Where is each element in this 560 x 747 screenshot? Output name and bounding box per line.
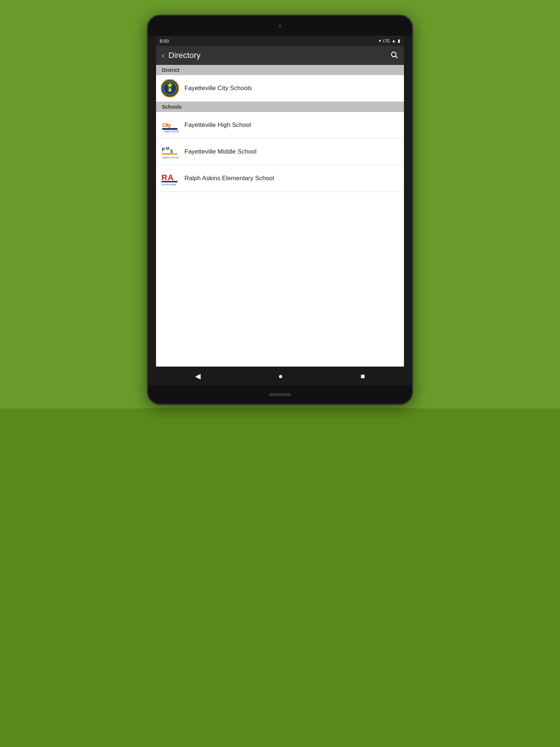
- svg-line-1: [396, 56, 397, 58]
- battery-icon: ▮: [398, 38, 400, 43]
- tablet-screen: 8:00 ▾ LTE ▲ ▮ ‹ Directory: [156, 36, 404, 386]
- raes-name: Ralph Askins Elementary School: [184, 175, 274, 182]
- list-item-fhs[interactable]: City HIGH SCHOOL Fayetteville High Schoo…: [156, 112, 404, 139]
- nav-back-button[interactable]: ◀: [186, 369, 209, 383]
- lte-label: LTE: [383, 39, 390, 43]
- svg-rect-9: [162, 128, 178, 130]
- logo-fhs: City HIGH SCHOOL: [160, 116, 179, 135]
- tablet-bottom-bezel: [148, 386, 412, 404]
- logo-fcs: [160, 79, 179, 98]
- fms-name: Fayetteville Middle School: [184, 148, 256, 155]
- list-item-raes[interactable]: RA RALPH ASKINS Ralph Askins Elementary …: [156, 165, 404, 192]
- app-bar-left: ‹ Directory: [160, 50, 201, 61]
- list-item-fcs[interactable]: Fayetteville City Schools: [156, 75, 404, 102]
- list-item-fms[interactable]: F M S MIDDLE SCHOOL Fayetteville Middle …: [156, 139, 404, 165]
- logo-fms: F M S MIDDLE SCHOOL: [160, 142, 179, 161]
- status-time: 8:00: [160, 38, 169, 44]
- nav-bar: ◀ ● ■: [156, 367, 404, 386]
- svg-point-0: [392, 52, 396, 57]
- svg-text:RALPH ASKINS: RALPH ASKINS: [162, 183, 176, 186]
- status-right-icons: ▾ LTE ▲ ▮: [379, 38, 400, 43]
- search-button[interactable]: [389, 49, 400, 62]
- fhs-name: Fayetteville High School: [184, 121, 251, 129]
- svg-text:RA: RA: [162, 173, 174, 182]
- svg-text:HIGH SCHOOL: HIGH SCHOOL: [164, 130, 179, 133]
- svg-text:M: M: [166, 146, 169, 151]
- app-bar: ‹ Directory: [156, 46, 404, 65]
- svg-rect-15: [162, 153, 177, 155]
- signal-icon: ▲: [392, 38, 396, 43]
- svg-text:F: F: [162, 146, 165, 152]
- section-header-district: District: [156, 65, 404, 75]
- wifi-icon: ▾: [379, 38, 381, 43]
- camera-dot: [279, 24, 281, 27]
- svg-text:MIDDLE SCHOOL: MIDDLE SCHOOL: [163, 156, 179, 159]
- nav-recent-button[interactable]: ■: [352, 369, 374, 383]
- status-bar: 8:00 ▾ LTE ▲ ▮: [156, 36, 404, 46]
- svg-point-6: [169, 92, 171, 94]
- home-button-bar: [269, 393, 291, 396]
- logo-raes: RA RALPH ASKINS: [160, 169, 179, 188]
- tablet-device: 8:00 ▾ LTE ▲ ▮ ‹ Directory: [147, 15, 413, 405]
- section-header-schools: Schools: [156, 102, 404, 112]
- svg-text:City: City: [162, 122, 171, 128]
- svg-rect-19: [162, 181, 178, 182]
- app-bar-title: Directory: [168, 51, 201, 60]
- nav-home-button[interactable]: ●: [269, 369, 291, 383]
- tablet-top-bezel: [148, 16, 412, 36]
- content-area: District Fayetteville City S: [156, 65, 404, 367]
- back-button[interactable]: ‹: [160, 50, 166, 61]
- fcs-name: Fayetteville City Schools: [184, 85, 252, 92]
- svg-text:S: S: [170, 148, 173, 154]
